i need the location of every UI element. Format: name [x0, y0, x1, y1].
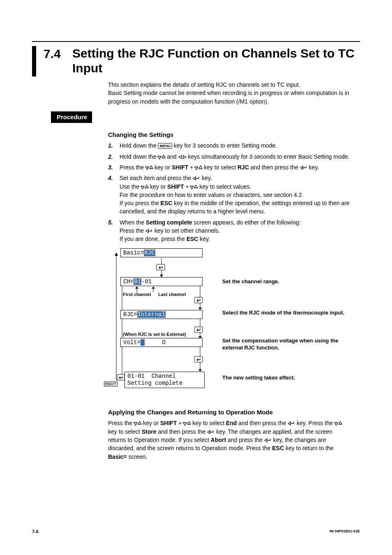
- intro-line-2: Basic Setting mode cannot be entered whe…: [108, 89, 352, 106]
- screen-basic: Basic=RJC: [120, 248, 203, 257]
- enter-icon: [157, 264, 165, 270]
- svg-marker-23: [152, 287, 155, 289]
- svg-marker-6: [195, 167, 198, 170]
- screen-rjc: RJC=Internal: [120, 310, 203, 319]
- section-marker: [32, 46, 36, 76]
- changing-settings-heading: Changing the Settings: [108, 130, 352, 139]
- svg-rect-34: [117, 375, 125, 380]
- page-number: 7-6: [32, 529, 39, 535]
- section-title: Setting the RJC Function on Channels Set…: [72, 46, 360, 76]
- svg-rect-20: [157, 264, 165, 270]
- svg-rect-27: [194, 297, 203, 303]
- section-number: 7.4: [44, 46, 72, 60]
- svg-marker-4: [145, 167, 149, 170]
- first-channel-label: First channel: [123, 292, 151, 297]
- svg-marker-3: [183, 155, 186, 159]
- svg-marker-39: [288, 422, 291, 425]
- svg-marker-38: [187, 421, 191, 424]
- intro-line-1: This section explains the details of set…: [108, 81, 352, 89]
- flow-diagram: Basic=RJC CH=01-01 First channel Last ch…: [108, 248, 215, 400]
- procedure-heading: Procedure: [51, 111, 92, 123]
- svg-marker-35: [134, 423, 137, 426]
- svg-marker-7: [199, 166, 202, 169]
- svg-marker-41: [339, 421, 342, 424]
- svg-marker-13: [194, 185, 198, 188]
- steps-list: 1.Hold down the MENU key for 3 seconds t…: [108, 141, 352, 243]
- svg-marker-36: [138, 421, 141, 424]
- svg-marker-15: [115, 252, 118, 256]
- doc-id: IM 04P01B01-01E: [330, 529, 360, 535]
- desc-comp-voltage: Set the compensation voltage when using …: [222, 337, 348, 352]
- svg-rect-30: [194, 327, 203, 333]
- enter-icon: [117, 374, 125, 380]
- svg-marker-1: [162, 155, 165, 158]
- when-external-label: (When RJC is set to External): [123, 332, 186, 337]
- svg-marker-2: [179, 155, 182, 159]
- applying-changes-heading: Applying the Changes and Returning to Op…: [108, 408, 352, 417]
- enter-icon: [194, 326, 203, 332]
- svg-marker-14: [146, 229, 148, 233]
- screen-ch: CH=01-01: [120, 277, 203, 286]
- svg-marker-5: [150, 166, 153, 169]
- applying-changes-text: Press the key or SHIFT + key to select E…: [108, 419, 352, 460]
- svg-marker-37: [183, 423, 187, 426]
- svg-marker-42: [208, 430, 210, 434]
- enter-icon: [194, 297, 203, 303]
- svg-marker-21: [135, 287, 138, 289]
- svg-marker-9: [193, 177, 196, 180]
- svg-marker-8: [300, 166, 303, 169]
- desc-rjc-mode: Select the RJC mode of the thermocouple …: [222, 309, 348, 317]
- svg-marker-10: [141, 186, 144, 189]
- svg-marker-0: [158, 156, 161, 159]
- esc-key-label: ESC/?: [104, 382, 118, 387]
- last-channel-label: Last channel: [158, 292, 186, 297]
- svg-marker-43: [265, 439, 267, 442]
- screen-volt: Volt= O: [120, 338, 203, 347]
- desc-channel-range: Set the channel range.: [222, 278, 348, 285]
- diagram-descriptions: Set the channel range. Select the RJC mo…: [222, 248, 348, 400]
- enter-icon: [194, 356, 203, 362]
- svg-marker-12: [190, 186, 194, 189]
- svg-marker-40: [334, 423, 338, 426]
- svg-rect-33: [194, 356, 203, 362]
- desc-new-setting: The new setting takes effect.: [222, 374, 348, 382]
- svg-marker-11: [145, 185, 148, 188]
- screen-complete: 01-01 Channel Setting complete: [125, 372, 205, 388]
